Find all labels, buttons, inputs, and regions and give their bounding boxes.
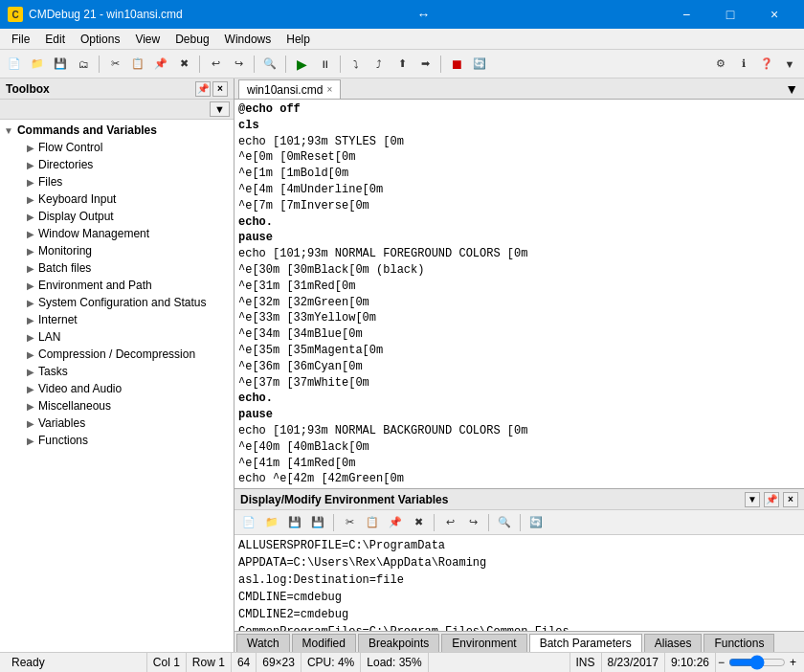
bp-cut-btn[interactable]: ✂ bbox=[339, 512, 360, 533]
bp-undo-btn[interactable]: ↩ bbox=[439, 512, 460, 533]
run-button[interactable]: ▶ bbox=[291, 54, 312, 75]
bottom-panel-dropdown-btn[interactable]: ▼ bbox=[745, 492, 760, 507]
tree-item-window-management[interactable]: ▶ Window Management bbox=[0, 225, 234, 242]
tree-item-files[interactable]: ▶ Files bbox=[0, 173, 234, 190]
step-into-button[interactable]: ⤵ bbox=[346, 54, 367, 75]
dropdown-button[interactable]: ▼ bbox=[779, 54, 800, 75]
tree-item-compression[interactable]: ▶ Compression / Decompression bbox=[0, 346, 234, 363]
editor-scroll-right-btn[interactable]: ▼ bbox=[779, 79, 804, 99]
menu-help[interactable]: Help bbox=[279, 29, 318, 50]
tree-item-keyboard-input[interactable]: ▶ Keyboard Input bbox=[0, 190, 234, 208]
bp-save-btn[interactable]: 💾 bbox=[284, 512, 305, 533]
toolbox-title: Toolbox bbox=[6, 82, 50, 96]
title-bar-left: C CMDebug 21 - win10ansi.cmd bbox=[8, 7, 183, 22]
status-size-text: 69×23 bbox=[262, 656, 295, 669]
help2-button[interactable]: ❓ bbox=[756, 54, 777, 75]
undo-button[interactable]: ↩ bbox=[205, 54, 226, 75]
delete-button[interactable]: ✖ bbox=[173, 54, 194, 75]
tree-item-tasks[interactable]: ▶ Tasks bbox=[0, 363, 234, 380]
tab-aliases[interactable]: Aliases bbox=[644, 634, 703, 652]
tree-item-video-audio[interactable]: ▶ Video and Audio bbox=[0, 380, 234, 397]
tab-breakpoints[interactable]: Breakpoints bbox=[358, 634, 439, 652]
zoom-plus-btn[interactable]: + bbox=[788, 656, 798, 669]
save-button[interactable]: 💾 bbox=[50, 54, 71, 75]
tree-section-commands-header[interactable]: ▼ Commands and Variables bbox=[0, 122, 234, 139]
zoom-minus-btn[interactable]: − bbox=[716, 656, 726, 669]
cut-button[interactable]: ✂ bbox=[104, 54, 125, 75]
status-date-text: 8/23/2017 bbox=[608, 656, 659, 669]
tree-item-internet[interactable]: ▶ Internet bbox=[0, 311, 234, 328]
tab-modified[interactable]: Modified bbox=[292, 634, 356, 652]
code-editor[interactable]: @echo off cls echo [101;93m STYLES [0m ^… bbox=[234, 100, 804, 489]
toolbox-dropdown-btn[interactable]: ▼ bbox=[210, 101, 230, 117]
toolbox-close-button[interactable]: × bbox=[212, 81, 228, 97]
paste-button[interactable]: 📌 bbox=[150, 54, 171, 75]
copy-button[interactable]: 📋 bbox=[127, 54, 148, 75]
tree-item-arrow: ▶ bbox=[27, 177, 34, 188]
pause-button[interactable]: ⏸ bbox=[314, 54, 335, 75]
tab-watch[interactable]: Watch bbox=[236, 634, 290, 652]
maximize-button[interactable]: □ bbox=[708, 0, 752, 29]
menu-windows[interactable]: Windows bbox=[217, 29, 279, 50]
menu-options[interactable]: Options bbox=[73, 29, 127, 50]
tree-item-variables[interactable]: ▶ Variables bbox=[0, 414, 234, 432]
toolbox-header-btns: 📌 × bbox=[195, 81, 228, 97]
zoom-slider[interactable] bbox=[728, 657, 786, 668]
tree-item-arrow: ▶ bbox=[27, 401, 34, 412]
env-line-5: CMDLINE2=cmdebug bbox=[238, 606, 800, 623]
editor-tab-win10ansi[interactable]: win10ansi.cmd × bbox=[238, 79, 341, 99]
tree-item-flow-control[interactable]: ▶ Flow Control bbox=[0, 139, 234, 156]
menu-view[interactable]: View bbox=[127, 29, 168, 50]
menu-file[interactable]: File bbox=[4, 29, 37, 50]
new-file-button[interactable]: 📄 bbox=[4, 54, 25, 75]
menu-edit[interactable]: Edit bbox=[37, 29, 73, 50]
save-all-button[interactable]: 🗂 bbox=[73, 54, 94, 75]
restart-button[interactable]: 🔄 bbox=[469, 54, 490, 75]
open-file-button[interactable]: 📁 bbox=[27, 54, 48, 75]
bp-save2-btn[interactable]: 💾 bbox=[307, 512, 328, 533]
toolbox-pin-button[interactable]: 📌 bbox=[195, 81, 211, 97]
close-button[interactable]: × bbox=[752, 0, 796, 29]
menu-debug[interactable]: Debug bbox=[168, 29, 216, 50]
editor-tab-close-btn[interactable]: × bbox=[326, 84, 332, 95]
tree-item-functions[interactable]: ▶ Functions bbox=[0, 432, 234, 449]
run-to-cursor-button[interactable]: ➡ bbox=[414, 54, 436, 75]
bp-delete-btn[interactable]: ✖ bbox=[408, 512, 429, 533]
minimize-button[interactable]: − bbox=[664, 0, 708, 29]
bp-redo-btn[interactable]: ↪ bbox=[462, 512, 483, 533]
bottom-panel-pin-btn[interactable]: 📌 bbox=[764, 492, 779, 507]
step-out-button[interactable]: ⬆ bbox=[391, 54, 413, 75]
stop-button[interactable]: ⏹ bbox=[446, 54, 467, 75]
settings-button[interactable]: ⚙ bbox=[710, 54, 731, 75]
bp-paste-btn[interactable]: 📌 bbox=[385, 512, 406, 533]
tree-item-display-output[interactable]: ▶ Display Output bbox=[0, 208, 234, 225]
redo-button[interactable]: ↪ bbox=[228, 54, 249, 75]
tab-batch-parameters[interactable]: Batch Parameters bbox=[529, 634, 642, 652]
status-time-text: 9:10:26 bbox=[671, 656, 709, 669]
tree-item-directories[interactable]: ▶ Directories bbox=[0, 156, 234, 173]
bottom-panel-close-btn[interactable]: × bbox=[783, 492, 798, 507]
bp-open-btn[interactable]: 📁 bbox=[261, 512, 282, 533]
tree-item-batch-files[interactable]: ▶ Batch files bbox=[0, 259, 234, 277]
status-ins-text: INS bbox=[576, 656, 595, 669]
tree-item-miscellaneous[interactable]: ▶ Miscellaneous bbox=[0, 397, 234, 414]
bp-search-btn[interactable]: 🔍 bbox=[494, 512, 515, 533]
tree-item-monitoring[interactable]: ▶ Monitoring bbox=[0, 242, 234, 259]
tree-item-lan[interactable]: ▶ LAN bbox=[0, 328, 234, 346]
title-arrows: ↔ bbox=[416, 7, 430, 22]
find-button[interactable]: 🔍 bbox=[259, 54, 280, 75]
tree-item-label: System Configuration and Status bbox=[38, 296, 206, 309]
bp-copy-btn[interactable]: 📋 bbox=[362, 512, 383, 533]
tab-environment[interactable]: Environment bbox=[441, 634, 526, 652]
app: C CMDebug 21 - win10ansi.cmd ↔ − □ × Fil… bbox=[0, 0, 804, 672]
step-over-button[interactable]: ⤴ bbox=[368, 54, 390, 75]
menu-bar: File Edit Options View Debug Windows Hel… bbox=[0, 29, 804, 50]
tree-item-environment-path[interactable]: ▶ Environment and Path bbox=[0, 277, 234, 294]
tree-item-arrow: ▶ bbox=[27, 436, 34, 446]
bp-new-btn[interactable]: 📄 bbox=[238, 512, 259, 533]
tree-item-system-config[interactable]: ▶ System Configuration and Status bbox=[0, 294, 234, 311]
bp-refresh-btn[interactable]: 🔄 bbox=[525, 512, 547, 533]
status-row: Row 1 bbox=[187, 653, 232, 672]
tab-functions[interactable]: Functions bbox=[704, 634, 774, 652]
info-button[interactable]: ℹ bbox=[733, 54, 754, 75]
